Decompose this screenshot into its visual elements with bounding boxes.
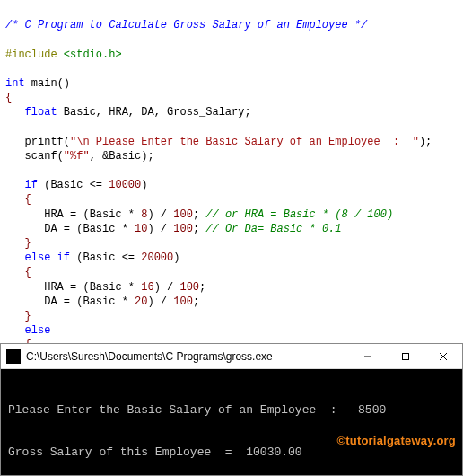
kw-if: if: [25, 179, 38, 191]
close-button[interactable]: [424, 344, 462, 368]
include-header: <stdio.h>: [64, 48, 122, 61]
window-title: C:\Users\Suresh\Documents\C Programs\gro…: [26, 350, 349, 363]
close-icon: [439, 352, 448, 361]
scanf-call: scanf: [25, 150, 57, 163]
main-fn: main: [31, 77, 57, 90]
var-decl: Basic, HRA, DA, Gross_Salary;: [57, 106, 251, 119]
console-line-1: Please Enter the Basic Salary of an Empl…: [8, 403, 386, 417]
include-directive: #include: [5, 48, 57, 61]
maximize-button[interactable]: [387, 344, 424, 368]
prompt-string: "\n Please Enter the Basic Salary of an …: [70, 136, 419, 148]
watermark: ©tutorialgateway.org: [336, 434, 456, 447]
console-output: Please Enter the Basic Salary of an Empl…: [1, 369, 462, 475]
app-icon: [6, 349, 21, 364]
kw-float: float: [25, 106, 57, 119]
kw-elseif: else if: [25, 251, 70, 264]
scan-arg: , &Basic);: [90, 150, 154, 163]
comment-hra: // or HRA = Basic * (8 / 100): [199, 208, 393, 221]
console-line-2: Gross Salary of this Employee = 10030.00: [8, 445, 302, 459]
kw-else: else: [25, 324, 51, 337]
svg-rect-1: [403, 353, 409, 359]
comment-da: // Or Da= Basic * 0.1: [199, 223, 341, 235]
maximize-icon: [401, 352, 410, 361]
minimize-icon: [363, 352, 372, 361]
titlebar[interactable]: C:\Users\Suresh\Documents\C Programs\gro…: [1, 344, 462, 369]
printf-call: printf: [25, 136, 64, 148]
scan-format: "%f": [64, 150, 90, 163]
kw-int: int: [5, 77, 25, 90]
console-window: C:\Users\Suresh\Documents\C Programs\gro…: [0, 343, 463, 476]
minimize-button[interactable]: [349, 344, 387, 368]
comment-top: /* C Program to Calculate Gross Salary o…: [5, 19, 367, 31]
